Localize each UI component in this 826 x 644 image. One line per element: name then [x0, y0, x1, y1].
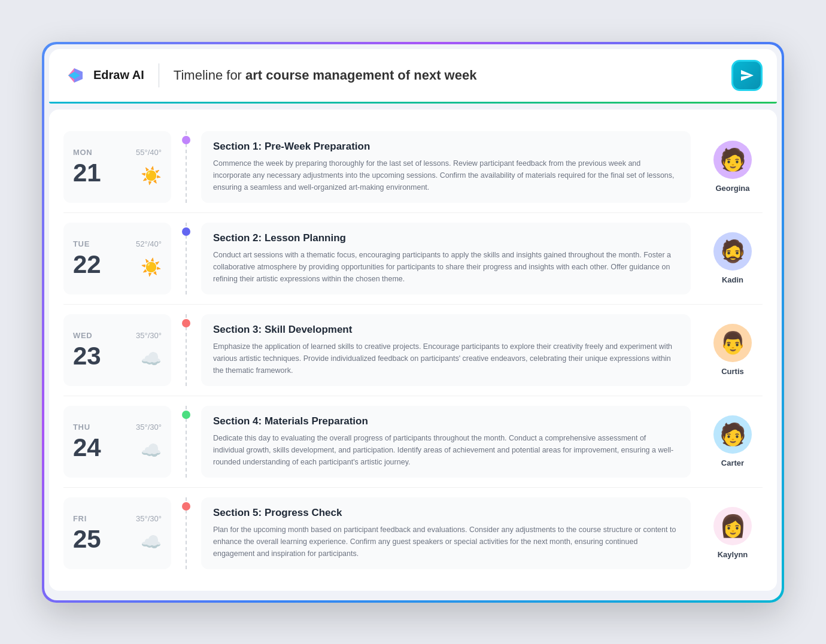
dot-column — [171, 406, 201, 478]
dot-column — [171, 223, 201, 294]
send-icon — [740, 68, 754, 83]
section-card: Section 5: Progress Check Plan for the u… — [201, 497, 691, 569]
main-content: MON 55°/40° 21 ☀️ Section 1: Pre-Week Pr… — [44, 102, 782, 600]
section-title: Section 4: Materials Preparation — [213, 415, 679, 427]
timeline-row: TUE 52°/40° 22 ☀️ Section 2: Lesson Plan… — [63, 213, 763, 305]
avatar: 🧔 — [713, 232, 752, 271]
send-button[interactable] — [731, 60, 763, 91]
day-name: FRI — [73, 514, 87, 523]
person-column: 🧑 Georgina — [703, 131, 763, 203]
dot-column — [171, 131, 201, 203]
person-column: 👨 Curtis — [703, 314, 763, 386]
section-description: Dedicate this day to evaluating the over… — [213, 432, 679, 468]
timeline-container: MON 55°/40° 21 ☀️ Section 1: Pre-Week Pr… — [49, 110, 777, 591]
person-name: Georgina — [715, 184, 749, 193]
section-title: Section 5: Progress Check — [213, 507, 679, 519]
avatar: 🧑 — [713, 141, 752, 179]
person-column: 🧔 Kadin — [703, 223, 763, 294]
timeline-dot — [182, 136, 190, 144]
date-column: WED 35°/30° 23 ☁️ — [63, 314, 171, 386]
timeline-dot — [182, 502, 190, 511]
temperature: 35°/30° — [136, 514, 162, 523]
inner-wrap: Edraw AI Timeline for art course managem… — [44, 44, 782, 600]
avatar: 👨 — [713, 324, 752, 362]
timeline-row: MON 55°/40° 21 ☀️ Section 1: Pre-Week Pr… — [63, 121, 763, 213]
section-description: Plan for the upcoming month based on par… — [213, 524, 679, 560]
logo-icon — [63, 63, 87, 87]
section-description: Conduct art sessions with a thematic foc… — [213, 249, 679, 285]
date-number: 23 — [73, 344, 101, 369]
weather-icon: ☁️ — [141, 441, 162, 460]
timeline-row: FRI 35°/30° 25 ☁️ Section 5: Progress Ch… — [63, 488, 763, 579]
dot-column — [171, 497, 201, 569]
date-column: TUE 52°/40° 22 ☀️ — [63, 223, 171, 294]
section-description: Emphasize the application of learned ski… — [213, 341, 679, 376]
person-column: 👩 Kaylynn — [703, 497, 763, 569]
weather-icon: ☀️ — [141, 166, 162, 186]
day-name: MON — [73, 148, 92, 157]
avatar: 🧑 — [713, 415, 752, 454]
day-name: WED — [73, 331, 92, 340]
avatar: 👩 — [713, 507, 752, 545]
timeline-dot — [182, 411, 190, 419]
person-name: Curtis — [721, 367, 744, 376]
section-title: Section 3: Skill Development — [213, 324, 679, 336]
date-column: THU 35°/30° 24 ☁️ — [63, 406, 171, 478]
section-card: Section 3: Skill Development Emphasize t… — [201, 314, 691, 386]
weather-icon: ☀️ — [141, 257, 162, 277]
date-number: 21 — [73, 160, 101, 186]
dot-column — [171, 314, 201, 386]
timeline-dot — [182, 227, 190, 236]
section-card: Section 4: Materials Preparation Dedicat… — [201, 406, 691, 478]
section-card: Section 2: Lesson Planning Conduct art s… — [201, 223, 691, 294]
person-name: Kadin — [722, 275, 743, 284]
temperature: 52°/40° — [136, 239, 162, 248]
header: Edraw AI Timeline for art course managem… — [49, 49, 777, 102]
timeline-dot — [182, 319, 190, 327]
date-number: 25 — [73, 527, 101, 552]
timeline-row: WED 35°/30° 23 ☁️ Section 3: Skill Devel… — [63, 305, 763, 396]
temperature: 35°/30° — [136, 331, 162, 340]
weather-icon: ☁️ — [141, 349, 162, 369]
section-description: Commence the week by preparing thoroughl… — [213, 157, 679, 193]
section-card: Section 1: Pre-Week Preparation Commence… — [201, 131, 691, 203]
person-name: Carter — [721, 458, 744, 467]
temperature: 55°/40° — [136, 148, 162, 157]
weather-icon: ☁️ — [141, 532, 162, 552]
day-name: TUE — [73, 239, 90, 248]
header-accent-border — [49, 102, 777, 104]
temperature: 35°/30° — [136, 423, 162, 432]
timeline-row: THU 35°/30° 24 ☁️ Section 4: Materials P… — [63, 396, 763, 488]
person-column: 🧑 Carter — [703, 406, 763, 478]
logo-text: Edraw AI — [93, 68, 144, 82]
person-name: Kaylynn — [718, 550, 748, 559]
day-name: THU — [73, 423, 90, 432]
date-column: FRI 35°/30° 25 ☁️ — [63, 497, 171, 569]
section-title: Section 2: Lesson Planning — [213, 232, 679, 244]
date-number: 24 — [73, 435, 101, 460]
date-number: 22 — [73, 252, 101, 277]
header-title: Timeline for art course management of ne… — [174, 68, 722, 83]
logo-area: Edraw AI — [63, 63, 144, 87]
section-title: Section 1: Pre-Week Preparation — [213, 141, 679, 153]
date-column: MON 55°/40° 21 ☀️ — [63, 131, 171, 203]
app-container: Edraw AI Timeline for art course managem… — [42, 42, 784, 603]
header-divider — [159, 63, 159, 87]
